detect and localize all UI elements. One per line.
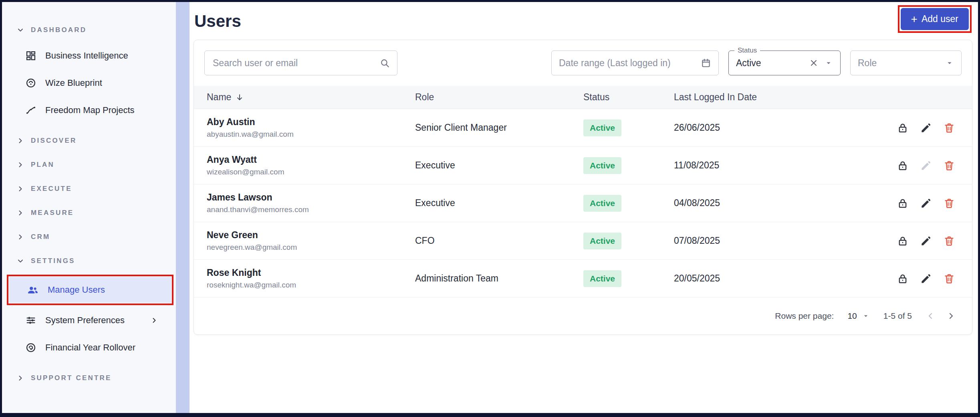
edit-icon-disabled[interactable] <box>920 160 932 172</box>
user-email: wizealison@gmail.com <box>207 168 415 176</box>
delete-icon[interactable] <box>943 122 955 134</box>
chevron-right-icon <box>16 161 24 169</box>
user-name: James Lawson <box>207 192 415 203</box>
spacer <box>2 124 176 129</box>
sidebar-section-measure[interactable]: MEASURE <box>2 201 176 225</box>
status-select[interactable]: Status Active <box>728 51 841 75</box>
chevron-down-icon <box>16 257 24 265</box>
sidebar-section-crm[interactable]: CRM <box>2 225 176 249</box>
spacer <box>2 361 176 366</box>
last-logged-date: 04/08/2025 <box>674 198 880 208</box>
add-user-button[interactable]: + Add user <box>901 8 969 30</box>
status-badge: Active <box>583 270 621 287</box>
user-name: Neve Green <box>207 230 415 241</box>
previous-page-icon[interactable] <box>926 311 935 321</box>
last-logged-date: 20/05/2025 <box>674 273 880 284</box>
annotation-box-add-user: + Add user <box>898 5 972 33</box>
delete-icon[interactable] <box>943 273 955 285</box>
sidebar-item-label: Financial Year Rollover <box>45 342 135 353</box>
last-logged-date: 07/08/2025 <box>674 235 880 246</box>
status-badge: Active <box>583 157 621 174</box>
blueprint-icon <box>25 77 36 89</box>
rows-per-page-select[interactable]: 10 <box>847 311 869 321</box>
users-card: Date range (Last logged in) Status Activ… <box>194 40 972 335</box>
search-input[interactable] <box>205 51 374 75</box>
people-icon <box>27 284 39 296</box>
search-field[interactable] <box>204 51 397 75</box>
edit-icon[interactable] <box>920 273 932 285</box>
table-footer: Rows per page: 10 1-5 of 5 <box>194 298 972 334</box>
sidebar-section-plan[interactable]: PLAN <box>2 153 176 177</box>
column-header-name[interactable]: Name <box>194 92 415 103</box>
pagination-range: 1-5 of 5 <box>883 311 912 321</box>
sidebar-section-execute[interactable]: EXECUTE <box>2 177 176 201</box>
delete-icon[interactable] <box>943 197 955 209</box>
edit-icon[interactable] <box>920 122 932 134</box>
lock-icon[interactable] <box>897 160 909 172</box>
clear-icon[interactable] <box>809 58 819 68</box>
sidebar: DASHBOARD Business Intelligence Wize Blu… <box>2 2 176 413</box>
table-row: Rose Knight roseknight.wa@gmail.com Admi… <box>194 260 972 298</box>
column-header-role: Role <box>415 92 583 103</box>
sidebar-accent-strip <box>176 2 190 413</box>
sidebar-section-label: DASHBOARD <box>31 26 87 34</box>
edit-icon[interactable] <box>920 197 932 209</box>
sidebar-section-label: MEASURE <box>31 209 74 217</box>
user-name: Rose Knight <box>207 267 415 278</box>
chevron-down-icon[interactable] <box>945 59 954 67</box>
chevron-down-icon[interactable] <box>824 59 833 67</box>
user-name: Aby Austin <box>207 117 415 128</box>
status-badge: Active <box>583 233 621 249</box>
sidebar-section-support-centre[interactable]: SUPPORT CENTRE <box>2 366 176 390</box>
sidebar-item-label: Manage Users <box>48 285 105 295</box>
lock-icon[interactable] <box>897 197 909 209</box>
status-select-label: Status <box>734 47 760 55</box>
sidebar-item-business-intelligence[interactable]: Business Intelligence <box>2 42 176 69</box>
status-badge: Active <box>583 119 621 136</box>
chevron-right-icon <box>150 316 176 324</box>
sidebar-item-financial-year-rollover[interactable]: Financial Year Rollover <box>2 334 176 361</box>
next-page-icon[interactable] <box>946 311 956 321</box>
app-window: DASHBOARD Business Intelligence Wize Blu… <box>0 0 980 417</box>
sidebar-item-system-preferences[interactable]: System Preferences <box>2 307 176 334</box>
user-role: Administration Team <box>415 273 583 284</box>
delete-icon[interactable] <box>943 160 955 172</box>
sidebar-item-manage-users[interactable]: Manage Users <box>9 277 171 303</box>
rollover-icon <box>25 342 36 353</box>
date-range-placeholder: Date range (Last logged in) <box>559 58 671 69</box>
role-select-placeholder: Role <box>858 58 877 69</box>
sidebar-item-wize-blueprint[interactable]: Wize Blueprint <box>2 69 176 97</box>
sidebar-item-freedom-map-projects[interactable]: Freedom Map Projects <box>2 97 176 124</box>
user-role: Executive <box>415 160 583 171</box>
chevron-right-icon <box>16 209 24 217</box>
lock-icon[interactable] <box>897 273 909 285</box>
sidebar-section-settings[interactable]: SETTINGS <box>2 249 176 273</box>
sidebar-item-label: System Preferences <box>45 315 125 326</box>
lock-icon[interactable] <box>897 235 909 247</box>
last-logged-date: 26/06/2025 <box>674 122 880 133</box>
filters-bar: Date range (Last logged in) Status Activ… <box>194 40 972 75</box>
role-select[interactable]: Role <box>850 51 962 75</box>
search-icon <box>379 58 390 68</box>
table-row: Neve Green nevegreen.wa@gmail.com CFO Ac… <box>194 222 972 260</box>
dashboard-grid-icon <box>25 50 36 61</box>
chevron-down-icon <box>16 26 24 34</box>
sidebar-section-discover[interactable]: DISCOVER <box>2 129 176 153</box>
user-email: roseknight.wa@gmail.com <box>207 281 415 289</box>
user-role: Senior Client Manager <box>415 122 583 133</box>
sidebar-item-label: Business Intelligence <box>45 51 128 61</box>
date-range-field[interactable]: Date range (Last logged in) <box>551 51 719 75</box>
sliders-icon <box>25 315 36 326</box>
sidebar-section-dashboard[interactable]: DASHBOARD <box>2 18 176 42</box>
sidebar-section-label: CRM <box>31 233 50 241</box>
rows-per-page-value: 10 <box>847 311 857 321</box>
edit-icon[interactable] <box>920 235 932 247</box>
main-content: Users + Add user Date range (Last logged… <box>190 2 978 413</box>
delete-icon[interactable] <box>943 235 955 247</box>
calendar-icon <box>701 58 711 68</box>
lock-icon[interactable] <box>897 122 909 134</box>
add-user-label: Add user <box>922 14 958 24</box>
plus-icon: + <box>911 15 917 23</box>
chevron-right-icon <box>16 233 24 241</box>
route-icon <box>25 105 36 116</box>
